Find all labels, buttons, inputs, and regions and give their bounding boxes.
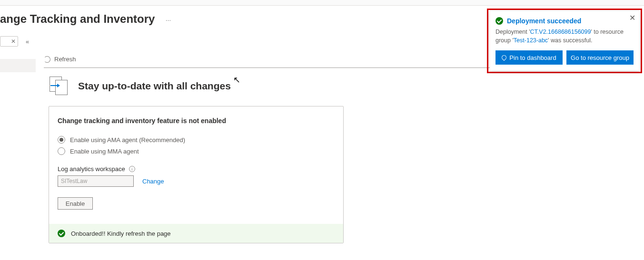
success-icon	[495, 17, 503, 25]
workspace-label: Log analytics workspace	[58, 165, 125, 173]
radio-ama-label: Enable using AMA agent (Recommended)	[70, 136, 185, 144]
refresh-label: Refresh	[54, 56, 76, 63]
go-to-resource-group-button[interactable]: Go to resource group	[566, 50, 634, 65]
status-strip: Onboarded!! Kindly refresh the page	[49, 224, 343, 243]
toast-highlight: ✕ Deployment succeeded Deployment 'CT.V2…	[487, 9, 642, 73]
enable-button[interactable]: Enable	[58, 197, 93, 210]
radio-mma-label: Enable using MMA agent	[70, 148, 139, 155]
change-link[interactable]: Change	[142, 178, 164, 185]
radio-icon	[58, 147, 65, 155]
close-chip[interactable]: ✕	[0, 36, 18, 47]
sidebar-selection[interactable]	[0, 59, 36, 72]
success-icon	[58, 230, 65, 237]
status-message: Onboarded!! Kindly refresh the page	[71, 230, 171, 237]
radio-mma[interactable]: Enable using MMA agent	[58, 147, 335, 155]
toast-title[interactable]: Deployment succeeded	[507, 17, 581, 25]
headline: Stay up-to-date with all changes	[78, 80, 231, 92]
pin-to-dashboard-button[interactable]: Pin to dashboard	[495, 50, 563, 65]
top-divider	[0, 0, 644, 6]
info-icon[interactable]: i	[129, 166, 135, 172]
resource-group-link[interactable]: Test-123-abc	[514, 37, 548, 44]
notification-toast: ✕ Deployment succeeded Deployment 'CT.V2…	[490, 11, 639, 70]
page-title: ange Tracking and Inventory	[0, 12, 155, 26]
radio-icon	[58, 136, 65, 144]
pin-icon	[501, 54, 507, 61]
close-icon[interactable]: ✕	[629, 14, 635, 22]
card-title: Change tracking and inventory feature is…	[58, 117, 335, 125]
collapse-icon[interactable]: «	[26, 38, 28, 45]
deployment-link[interactable]: CT.V2.1668686156099	[530, 29, 591, 35]
toast-message: Deployment 'CT.V2.1668686156099' to reso…	[495, 28, 634, 45]
radio-ama[interactable]: Enable using AMA agent (Recommended)	[58, 136, 335, 144]
more-actions-icon[interactable]: …	[165, 16, 171, 22]
refresh-icon	[44, 56, 50, 63]
enable-card: Change tracking and inventory feature is…	[49, 106, 344, 243]
workspace-input	[58, 175, 134, 187]
document-sync-icon	[50, 77, 69, 96]
